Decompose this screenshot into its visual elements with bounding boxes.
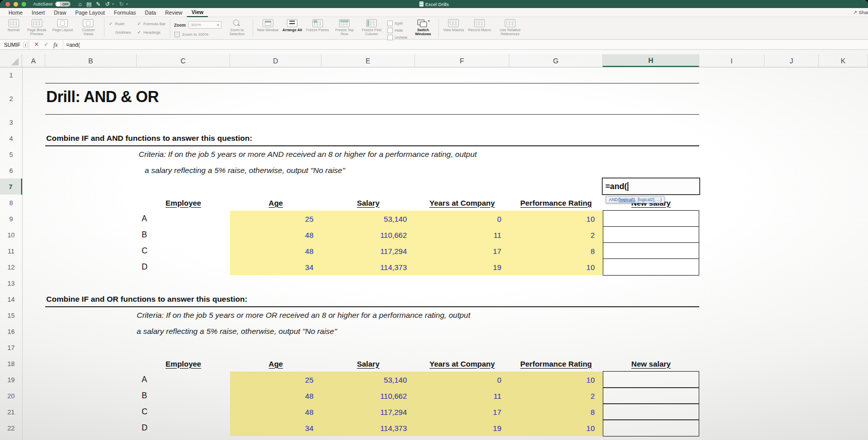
headings-checkbox[interactable]: ✓ Headings: [137, 30, 166, 35]
data-cell-F9[interactable]: 0: [417, 211, 501, 227]
view-macros-button[interactable]: View Macros: [443, 19, 464, 32]
data-cell-G22[interactable]: 10: [511, 420, 595, 436]
employee-cell[interactable]: A: [142, 372, 147, 388]
employee-cell[interactable]: D: [142, 259, 148, 275]
data-cell-F11[interactable]: 17: [417, 243, 501, 259]
data-cell-F10[interactable]: 11: [417, 227, 501, 243]
edit-icon[interactable]: ✎: [96, 1, 100, 8]
row-header-2[interactable]: 2: [0, 83, 22, 114]
employee-cell[interactable]: B: [142, 227, 147, 243]
row-header-17[interactable]: 17: [0, 339, 22, 356]
row-header-15[interactable]: 15: [0, 307, 22, 323]
data-cell-D10[interactable]: 48: [232, 227, 313, 243]
gridlines-checkbox[interactable]: Gridlines: [108, 30, 131, 35]
row-header-16[interactable]: 16: [0, 323, 22, 339]
data-cell-F19[interactable]: 0: [417, 372, 501, 388]
employee-cell[interactable]: D: [142, 420, 148, 436]
new-salary-cell-H9[interactable]: [603, 210, 699, 227]
custom-views-button[interactable]: Custom Views: [77, 19, 100, 36]
menu-view[interactable]: View: [187, 8, 208, 17]
formula-input[interactable]: =and(: [63, 40, 868, 49]
select-all-corner[interactable]: [0, 54, 22, 67]
new-salary-cell-H10[interactable]: [603, 226, 699, 243]
row-header-8[interactable]: 8: [0, 195, 22, 211]
data-cell-E21[interactable]: 117,294: [323, 404, 407, 420]
data-cell-E9[interactable]: 53,140: [323, 211, 407, 227]
row-header-20[interactable]: 20: [0, 388, 22, 404]
share-button[interactable]: ↗ Share: [853, 8, 868, 17]
undo-icon[interactable]: ↺: [105, 1, 110, 8]
data-cell-E20[interactable]: 110,662: [323, 388, 407, 404]
menu-page-layout[interactable]: Page Layout: [71, 8, 110, 17]
insert-function-icon[interactable]: fx: [53, 42, 57, 48]
name-box[interactable]: SUMIF ▴ ▾: [0, 40, 29, 49]
row-header-21[interactable]: 21: [0, 404, 22, 420]
new-window-button[interactable]: New Window: [257, 19, 279, 32]
fullscreen-window-button[interactable]: [22, 2, 26, 7]
data-cell-G20[interactable]: 2: [511, 388, 595, 404]
column-header-K[interactable]: K: [819, 54, 868, 67]
menu-data[interactable]: Data: [141, 8, 161, 17]
home-icon[interactable]: ⌂: [78, 1, 82, 8]
undo-caret-icon[interactable]: ⌄: [112, 1, 115, 8]
column-header-I[interactable]: I: [699, 54, 765, 67]
data-cell-F20[interactable]: 11: [417, 388, 501, 404]
data-cell-G21[interactable]: 8: [511, 404, 595, 420]
menu-review[interactable]: Review: [161, 8, 187, 17]
data-cell-F21[interactable]: 17: [417, 404, 501, 420]
column-header-G[interactable]: G: [509, 54, 603, 67]
menu-insert[interactable]: Insert: [27, 8, 49, 17]
row-header-10[interactable]: 10: [0, 227, 22, 243]
menu-formulas[interactable]: Formulas: [110, 8, 141, 17]
hide-button[interactable]: Hide: [387, 28, 407, 33]
arrange-all-button[interactable]: Arrange All: [282, 19, 302, 32]
ruler-checkbox[interactable]: ✓ Ruler: [108, 21, 131, 26]
data-cell-D9[interactable]: 25: [232, 211, 313, 227]
row-header-9[interactable]: 9: [0, 211, 22, 227]
row-header-3[interactable]: 3: [0, 114, 22, 130]
switch-windows-button[interactable]: ▾ Switch Windows: [411, 19, 435, 36]
data-cell-D19[interactable]: 25: [232, 372, 313, 388]
data-cell-D20[interactable]: 48: [232, 388, 313, 404]
data-cell-E19[interactable]: 53,140: [323, 372, 407, 388]
data-cell-G10[interactable]: 2: [511, 227, 595, 243]
data-cell-G11[interactable]: 8: [511, 243, 595, 259]
zoom-to-100-button[interactable]: Zoom to 100%: [174, 32, 222, 37]
new-salary-cell-H11[interactable]: [603, 242, 699, 259]
cancel-entry-icon[interactable]: ✕: [34, 41, 39, 48]
data-cell-D11[interactable]: 48: [232, 243, 313, 259]
column-header-A[interactable]: A: [22, 54, 45, 67]
row-header-6[interactable]: 6: [0, 162, 22, 179]
column-header-J[interactable]: J: [765, 54, 819, 67]
column-header-C[interactable]: C: [137, 54, 230, 67]
new-salary-cell-H21[interactable]: [603, 403, 699, 420]
page-layout-view-button[interactable]: Page Layout: [52, 19, 73, 32]
employee-cell[interactable]: B: [142, 388, 147, 404]
save-icon[interactable]: ▤: [86, 1, 91, 8]
data-cell-D21[interactable]: 48: [232, 404, 313, 420]
row-header-1[interactable]: 1: [0, 67, 22, 83]
row-header-7[interactable]: 7: [0, 179, 22, 195]
row-header-18[interactable]: 18: [0, 356, 22, 372]
freeze-panes-button[interactable]: Freeze Panes: [306, 19, 329, 32]
zoom-level-dropdown[interactable]: 300% ▾: [188, 21, 222, 29]
menu-home[interactable]: Home: [4, 8, 27, 17]
row-header-4[interactable]: 4: [0, 130, 22, 146]
employee-cell[interactable]: C: [142, 243, 148, 259]
row-header-23[interactable]: 23: [0, 436, 22, 440]
data-cell-G9[interactable]: 10: [511, 211, 595, 227]
row-header-11[interactable]: 11: [0, 243, 22, 259]
active-cell-H7[interactable]: =and(: [602, 178, 700, 195]
data-cell-D12[interactable]: 34: [232, 259, 313, 275]
data-cell-F22[interactable]: 19: [417, 420, 501, 436]
new-salary-cell-H12[interactable]: [603, 258, 699, 276]
column-header-F[interactable]: F: [415, 54, 509, 67]
column-header-H[interactable]: H: [603, 54, 699, 67]
redo-icon[interactable]: ↻: [119, 1, 124, 8]
data-cell-E22[interactable]: 114,373: [323, 420, 407, 436]
column-header-B[interactable]: B: [45, 54, 137, 67]
freeze-top-row-button[interactable]: Freeze Top Row: [333, 19, 356, 36]
employee-cell[interactable]: C: [142, 404, 148, 420]
row-header-22[interactable]: 22: [0, 420, 22, 436]
new-salary-cell-H20[interactable]: [603, 387, 699, 404]
